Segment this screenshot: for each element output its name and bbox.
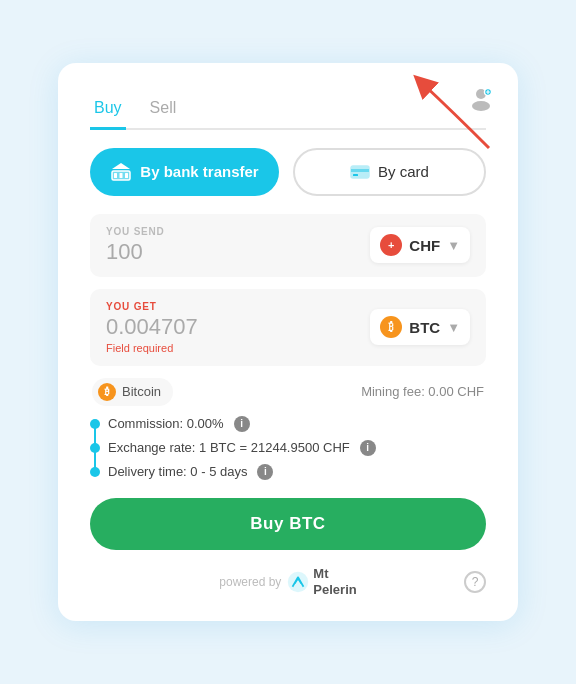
profile-button[interactable] — [466, 83, 496, 113]
profile-icon — [468, 85, 494, 111]
card-label: By card — [378, 163, 429, 180]
svg-rect-11 — [351, 169, 369, 172]
commission-info-icon[interactable]: i — [234, 416, 250, 432]
buy-btc-button[interactable]: Buy BTC — [90, 498, 486, 550]
bitcoin-badge[interactable]: ₿ Bitcoin — [92, 378, 173, 406]
commission-row: Commission: 0.00% i — [90, 416, 486, 432]
send-currency-chevron: ▼ — [447, 238, 460, 253]
get-currency-chevron: ▼ — [447, 320, 460, 335]
mining-fee-text: Mining fee: 0.00 CHF — [361, 384, 484, 399]
commission-text: Commission: 0.00% — [108, 416, 224, 431]
exchange-rate-info-icon[interactable]: i — [360, 440, 376, 456]
mt-pelerin-name: MtPelerin — [313, 566, 356, 597]
send-input-group: YOU SEND 100 — [106, 226, 165, 265]
exchange-rate-text: Exchange rate: 1 BTC = 21244.9500 CHF — [108, 440, 350, 455]
send-value[interactable]: 100 — [106, 239, 165, 265]
exchange-rate-row: Exchange rate: 1 BTC = 21244.9500 CHF i — [90, 440, 486, 456]
footer: powered by MtPelerin ? — [90, 566, 486, 597]
btc-flag: ₿ — [380, 316, 402, 338]
main-card: Buy Sell By bank transfer By card — [58, 63, 518, 621]
card-button[interactable]: By card — [293, 148, 486, 196]
help-button[interactable]: ? — [464, 571, 486, 593]
mt-pelerin-logo: MtPelerin — [287, 566, 356, 597]
tab-buy[interactable]: Buy — [90, 91, 126, 130]
get-currency-label: BTC — [409, 319, 440, 336]
svg-rect-9 — [125, 173, 128, 178]
bitcoin-name: Bitcoin — [122, 384, 161, 399]
detail-list: Commission: 0.00% i Exchange rate: 1 BTC… — [90, 416, 486, 480]
delivery-info-icon[interactable]: i — [257, 464, 273, 480]
info-row: ₿ Bitcoin Mining fee: 0.00 CHF — [90, 378, 486, 406]
bank-transfer-button[interactable]: By bank transfer — [90, 148, 279, 196]
send-currency-label: CHF — [409, 237, 440, 254]
send-section: YOU SEND 100 + CHF ▼ — [90, 214, 486, 277]
bitcoin-icon: ₿ — [98, 383, 116, 401]
tab-sell[interactable]: Sell — [146, 91, 181, 130]
get-value[interactable]: 0.004707 — [106, 314, 198, 340]
get-label: YOU GET — [106, 301, 198, 312]
svg-rect-12 — [353, 174, 358, 176]
svg-rect-7 — [114, 173, 117, 178]
mt-pelerin-icon — [287, 571, 309, 593]
get-section: YOU GET 0.004707 Field required ₿ BTC ▼ — [90, 289, 486, 366]
svg-rect-8 — [120, 173, 123, 178]
field-required-text: Field required — [106, 342, 198, 354]
send-currency-select[interactable]: + CHF ▼ — [370, 227, 470, 263]
card-icon — [350, 164, 370, 180]
bank-icon — [110, 161, 132, 183]
get-currency-select[interactable]: ₿ BTC ▼ — [370, 309, 470, 345]
delivery-row: Delivery time: 0 - 5 days i — [90, 464, 486, 480]
powered-by-text: powered by — [219, 575, 281, 589]
chf-flag: + — [380, 234, 402, 256]
send-label: YOU SEND — [106, 226, 165, 237]
svg-point-13 — [288, 571, 308, 591]
svg-point-1 — [472, 101, 490, 111]
get-input-group: YOU GET 0.004707 Field required — [106, 301, 198, 354]
tab-bar: Buy Sell — [90, 91, 486, 130]
payment-methods: By bank transfer By card — [90, 148, 486, 196]
bank-transfer-label: By bank transfer — [140, 163, 258, 180]
delivery-text: Delivery time: 0 - 5 days — [108, 464, 247, 479]
